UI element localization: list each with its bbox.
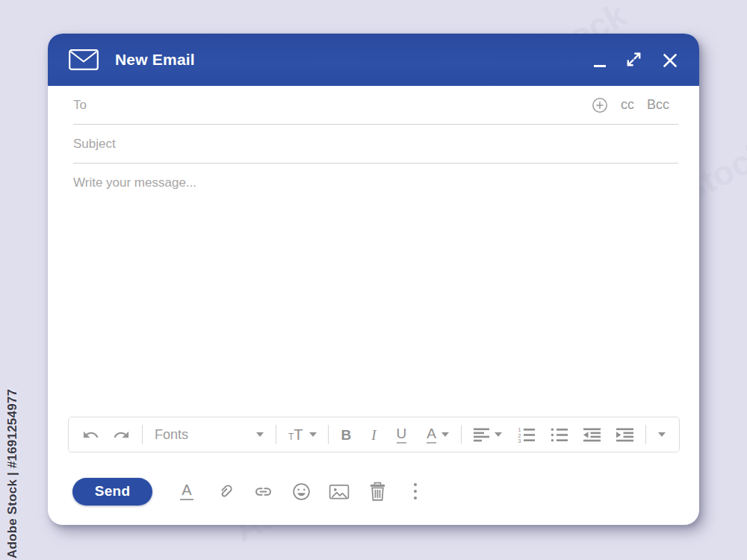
paperclip-icon xyxy=(215,482,235,502)
trash-icon xyxy=(368,481,387,502)
align-left-icon xyxy=(474,428,489,442)
toolbar-divider xyxy=(328,425,329,444)
subject-input[interactable] xyxy=(73,137,678,152)
chevron-down-icon xyxy=(309,432,317,437)
more-options-button[interactable] xyxy=(405,480,426,503)
underline-button[interactable]: U xyxy=(397,426,407,444)
action-bar: Send A xyxy=(72,477,678,505)
to-field-row: cc Bcc xyxy=(73,86,678,125)
cc-button[interactable]: cc xyxy=(621,97,634,113)
toolbar-divider xyxy=(645,425,646,444)
plus-circle-icon xyxy=(592,97,608,113)
image-icon xyxy=(329,482,350,502)
close-button[interactable] xyxy=(662,51,678,69)
text-color-icon: A xyxy=(427,426,436,444)
insert-link-button[interactable] xyxy=(252,480,273,503)
chevron-down-icon xyxy=(658,432,666,437)
paragraph-group: 1 2 3 xyxy=(474,427,633,443)
bullet-list-icon xyxy=(551,427,568,443)
fonts-dropdown[interactable]: Fonts xyxy=(155,427,264,443)
font-style-group: B I U A xyxy=(341,426,448,444)
svg-text:2: 2 xyxy=(518,432,521,438)
italic-button[interactable]: I xyxy=(371,428,376,442)
text-color-dropdown[interactable]: A xyxy=(427,426,449,444)
undo-button[interactable] xyxy=(82,426,99,444)
formatting-toolbar: Fonts TT B I U A xyxy=(68,417,680,452)
expand-icon xyxy=(624,50,643,69)
redo-icon xyxy=(113,426,130,444)
minimize-icon xyxy=(594,65,606,67)
envelope-icon xyxy=(69,49,99,70)
text-size-dropdown[interactable]: TT xyxy=(288,426,317,444)
close-icon xyxy=(662,52,678,69)
toolbar-divider xyxy=(142,425,143,444)
insert-emoji-button[interactable] xyxy=(291,480,311,503)
bcc-button[interactable]: Bcc xyxy=(647,97,669,113)
text-size-icon: TT xyxy=(288,426,303,444)
indent-button[interactable] xyxy=(616,428,633,442)
increase-indent-icon xyxy=(616,428,633,442)
stock-id-watermark: Adobe Stock | #1691254977 xyxy=(5,389,20,559)
send-button[interactable]: Send xyxy=(72,478,152,505)
toolbar-divider xyxy=(461,425,462,444)
new-email-window: New Email xyxy=(48,34,699,525)
recipient-actions: cc Bcc xyxy=(592,97,678,113)
bullet-list-button[interactable] xyxy=(551,427,568,443)
message-body-input[interactable] xyxy=(73,164,678,417)
bold-button[interactable]: B xyxy=(341,428,351,442)
desktop-background: Adobe Stock Adobe Stock Adobe Stock Adob… xyxy=(0,0,747,560)
expand-button[interactable] xyxy=(624,51,643,69)
chevron-down-icon xyxy=(256,432,264,437)
fonts-label: Fonts xyxy=(155,427,188,443)
link-icon xyxy=(253,482,273,502)
font-color-icon: A xyxy=(180,482,193,500)
kebab-menu-icon xyxy=(412,481,418,502)
subject-field-row xyxy=(73,125,678,164)
outdent-button[interactable] xyxy=(583,428,601,442)
delete-draft-button[interactable] xyxy=(367,480,388,503)
ordered-list-button[interactable]: 1 2 3 xyxy=(518,427,535,443)
ordered-list-icon: 1 2 3 xyxy=(518,427,535,443)
smiley-icon xyxy=(291,482,311,502)
decrease-indent-icon xyxy=(583,428,601,442)
align-dropdown[interactable] xyxy=(474,428,502,442)
font-color-button[interactable]: A xyxy=(176,480,197,503)
chevron-down-icon xyxy=(495,432,502,437)
titlebar: New Email xyxy=(48,34,699,86)
insert-image-button[interactable] xyxy=(329,480,350,503)
attach-file-button[interactable] xyxy=(214,480,235,503)
to-input[interactable] xyxy=(73,98,592,113)
add-recipient-button[interactable] xyxy=(592,97,608,113)
chevron-down-icon xyxy=(441,432,449,437)
more-formatting-dropdown[interactable] xyxy=(658,432,666,437)
history-group xyxy=(82,426,130,444)
window-title: New Email xyxy=(115,51,195,69)
undo-icon xyxy=(82,426,99,444)
toolbar-divider xyxy=(276,425,276,444)
minimize-button[interactable] xyxy=(594,51,606,69)
svg-text:1: 1 xyxy=(518,427,521,432)
svg-text:3: 3 xyxy=(518,438,521,443)
window-controls xyxy=(594,51,678,69)
redo-button[interactable] xyxy=(113,426,130,444)
